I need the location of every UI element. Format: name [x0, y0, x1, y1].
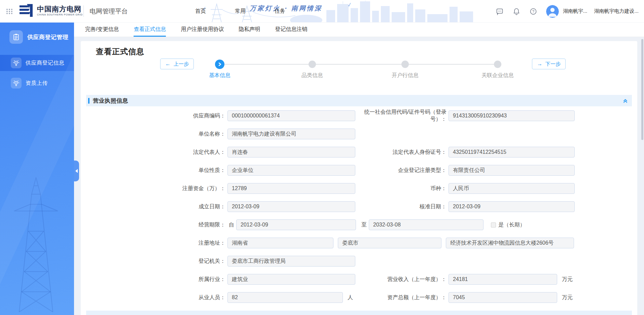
clipboard-icon [9, 30, 23, 44]
org-nature-field[interactable]: 企业单位 [227, 165, 355, 176]
registered-capital-field[interactable]: 12789 [227, 183, 355, 194]
user-org-name[interactable]: 湖南帆宇电力建设... [594, 8, 639, 14]
legal-person-id-field[interactable]: 432501197412254515 [449, 147, 575, 158]
prev-step-label: 上一步 [174, 61, 189, 67]
field-label: 供应商编码： [145, 112, 225, 119]
help-icon[interactable]: ? [529, 7, 537, 15]
form-row: 单位名称： 湖南帆宇电力建设有限公司 [81, 129, 637, 139]
employees-field[interactable]: 82 [227, 292, 343, 303]
field-label: 从业人员： [145, 294, 225, 301]
tab-view-official-info[interactable]: 查看正式信息 [134, 23, 166, 37]
form-row: 供应商编码： 0001000000061374 统一社会信用代码/证件号码（登录… [81, 110, 637, 121]
header-actions: ? 湖南帆宇... 湖南帆宇电力建设... [487, 0, 639, 23]
registration-authority-field[interactable]: 娄底市工商行政管理局 [227, 256, 355, 267]
form-row: 法定代表人： 肖连春 法定代表人身份证号： 432501197412254515 [81, 147, 637, 158]
period-from-label: 自 [229, 221, 234, 229]
field-label: 单位名称： [145, 131, 225, 138]
field-label: 注册资金（万）： [145, 185, 225, 192]
section-header-business-license: 营业执照信息 [86, 95, 632, 106]
sidebar-group-title: 供应商登记管理 [27, 33, 69, 41]
revenue-unit: 万元 [562, 276, 573, 283]
tab-user-agreement[interactable]: 用户注册使用协议 [181, 23, 224, 37]
step-label-basic-info[interactable]: 基本信息 [193, 72, 247, 79]
chevron-right-icon [217, 62, 222, 67]
tab-modify-change-info[interactable]: 完善/变更信息 [85, 23, 119, 37]
tab-privacy-statement[interactable]: 隐私声明 [239, 23, 260, 37]
tab-registration-cancel[interactable]: 登记信息注销 [275, 23, 307, 37]
field-label: 登记机关： [145, 258, 225, 265]
section-title: 营业执照信息 [93, 97, 128, 105]
long-term-checkbox[interactable] [491, 222, 496, 228]
step-label-related-company-info[interactable]: 关联企业信息 [471, 72, 525, 79]
nav-item-home[interactable]: 首页 [195, 8, 206, 15]
step-label-category-info[interactable]: 品类信息 [285, 72, 339, 79]
vertical-scrollbar-thumb[interactable] [641, 39, 643, 140]
step-circle-bank-info [401, 61, 409, 68]
user-avatar[interactable] [546, 5, 559, 18]
bulb-icon [11, 58, 22, 68]
form-row: 注册地址： 湖南省 娄底市 经济技术开发区湘中物流园信息大楼2606号 [81, 238, 637, 248]
field-label: 注册地址： [145, 240, 225, 247]
form-row: 经营期限： 自 2012-03-09 至 2032-03-08 是（长期） [81, 219, 637, 230]
form-row: 所属行业： 建筑业 营业收入（上一年度）： 24181 万元 [81, 274, 637, 285]
address-detail-field[interactable]: 经济技术开发区湘中物流园信息大楼2606号 [446, 238, 574, 248]
field-label: 币种： [362, 185, 446, 192]
collapse-section-icon[interactable] [623, 98, 628, 105]
content-area: 查看正式信息 ← 上一步 基本信息 品类信息 开户行信息 关联企业信息 → 下一… [74, 37, 644, 315]
chevron-left-icon [75, 169, 78, 173]
field-label: 经营期限： [145, 221, 225, 229]
address-province-field[interactable]: 湖南省 [227, 238, 333, 248]
stepper-line [220, 64, 498, 65]
apps-grid-icon[interactable] [5, 7, 13, 15]
step-label-bank-info[interactable]: 开户行信息 [378, 72, 432, 79]
next-step-button[interactable]: → 下一步 [532, 59, 566, 69]
period-to-field[interactable]: 2032-03-08 [369, 219, 484, 230]
app-header: 万家灯火 · 南网情深 ✓ ✓ 中国南方电网 CHINA SOUTHERN PO… [0, 0, 644, 23]
svg-text:?: ? [532, 9, 534, 13]
arrow-left-icon: ← [165, 61, 171, 67]
sidebar-item-supplier-registration-info[interactable]: 供应商登记信息 [0, 55, 74, 71]
currency-field[interactable]: 人民币 [449, 183, 575, 194]
period-from-field[interactable]: 2012-03-09 [236, 219, 356, 230]
message-icon[interactable] [496, 7, 504, 15]
form-row: 成立日期： 2012-03-09 核准日期： 2012-03-09 [81, 201, 637, 212]
form-row: 注册资金（万）： 12789 币种： 人民币 [81, 183, 637, 194]
prev-step-button[interactable]: ← 上一步 [160, 59, 194, 69]
bulb-icon [11, 78, 22, 89]
approval-date-field[interactable]: 2012-03-09 [449, 201, 575, 212]
nav-item-tasks[interactable]: 任务 [275, 8, 285, 15]
assets-field[interactable]: 7045 [449, 292, 557, 303]
tab-bar: 完善/变更信息 查看正式信息 用户注册使用协议 隐私声明 登记信息注销 [74, 23, 644, 37]
nav-item-frequent[interactable]: 常用 [235, 8, 246, 15]
credit-code-field[interactable]: 914313005910230943 [449, 110, 575, 121]
arrow-right-icon: → [537, 61, 542, 67]
long-term-label: 是（长期） [498, 221, 525, 229]
header-divider [83, 5, 84, 17]
long-term-checkbox-wrap[interactable]: 是（长期） [491, 221, 525, 229]
field-label: 统一社会信用代码/证件号码（登录号）： [362, 109, 446, 123]
company-name-field[interactable]: 湖南帆宇电力建设有限公司 [227, 129, 355, 139]
brand-name-en: CHINA SOUTHERN POWER GRID [37, 13, 83, 16]
supplier-code-field[interactable]: 0001000000061374 [227, 110, 355, 121]
form-card: 查看正式信息 ← 上一步 基本信息 品类信息 开户行信息 关联企业信息 → 下一… [81, 41, 637, 315]
field-label: 法定代表人： [145, 149, 225, 156]
notification-bell-icon[interactable] [512, 7, 521, 15]
sidebar-item-qualification-upload[interactable]: 资质上传 [0, 75, 74, 91]
user-name[interactable]: 湖南帆宇... [563, 8, 587, 14]
sidebar-collapse-handle[interactable] [74, 161, 79, 181]
registration-type-field[interactable]: 有限责任公司 [449, 165, 575, 176]
industry-field[interactable]: 建筑业 [227, 274, 355, 285]
field-label: 营业收入（上一年度）： [362, 276, 446, 283]
step-circle-category-info [309, 61, 316, 68]
field-label: 所属行业： [145, 276, 225, 283]
period-to-label: 至 [361, 221, 367, 229]
sidebar: 供应商登记管理 供应商登记信息 资质上传 [0, 23, 74, 315]
legal-person-field[interactable]: 肖连春 [227, 147, 355, 158]
established-date-field[interactable]: 2012-03-09 [227, 201, 355, 212]
revenue-field[interactable]: 24181 [449, 274, 557, 285]
sidebar-group-header[interactable]: 供应商登记管理 [0, 27, 74, 47]
address-city-field[interactable]: 娄底市 [338, 238, 441, 248]
header-nav: 首页 常用 任务 [195, 0, 285, 23]
sidebar-item-label: 供应商登记信息 [26, 60, 65, 67]
form-row: 单位性质： 企业单位 企业登记注册类型： 有限责任公司 [81, 165, 637, 176]
